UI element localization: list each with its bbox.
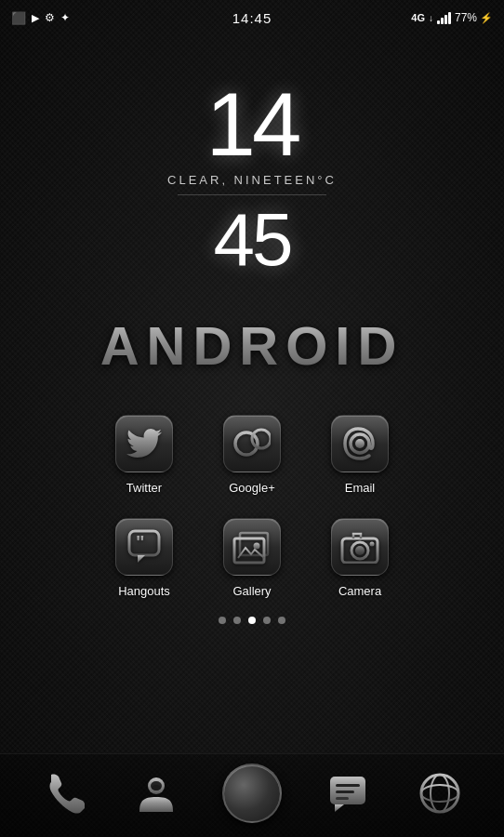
apps-row-1: Twitter Google+ (107, 414, 397, 495)
page-dot-4[interactable] (278, 617, 285, 624)
apps-grid: Twitter Google+ (0, 414, 504, 598)
app-camera[interactable]: Camera (323, 517, 397, 598)
camera-icon (331, 518, 389, 576)
status-time: 14:45 (232, 10, 272, 26)
svg-rect-19 (336, 784, 360, 787)
page-dots (0, 617, 504, 624)
usb-icon: ⬛ (11, 11, 26, 25)
gallery-label: Gallery (232, 584, 271, 598)
android-logo-text: Android (100, 315, 405, 376)
twitter-icon (115, 415, 173, 472)
dock-home-button[interactable] (222, 764, 282, 823)
googleplus-icon-wrap (222, 414, 282, 473)
svg-point-13 (355, 546, 365, 555)
weather-day: 14 (0, 80, 504, 169)
page-dot-0[interactable] (219, 617, 226, 624)
dock-browser[interactable] (414, 767, 466, 819)
play-icon: ▶ (32, 12, 39, 24)
email-icon-wrap (330, 414, 390, 473)
svg-point-17 (152, 785, 161, 790)
dock-contacts[interactable] (130, 767, 182, 819)
page-dot-1[interactable] (233, 617, 241, 624)
app-hangouts[interactable]: " Hangouts (107, 517, 181, 598)
googleplus-label: Google+ (229, 481, 275, 495)
debug-icon: ✦ (60, 11, 70, 24)
hangouts-label: Hangouts (118, 584, 170, 598)
battery-indicator: 77% ⚡ (455, 11, 493, 24)
page-dot-3[interactable] (263, 617, 271, 624)
svg-text:": " (136, 532, 144, 552)
signal-down-icon: ↓ (429, 13, 433, 23)
dock-phone[interactable] (38, 767, 90, 819)
email-label: Email (345, 481, 376, 495)
app-email[interactable]: Email (323, 414, 397, 495)
twitter-icon-wrap (114, 414, 174, 473)
svg-rect-21 (336, 797, 349, 800)
weather-widget[interactable]: 14 CLEAR, NINETEEN°C 45 (0, 80, 504, 277)
status-left-icons: ⬛ ▶ ⚙ ✦ (11, 11, 70, 25)
email-icon (331, 415, 389, 472)
app-gallery[interactable]: Gallery (215, 517, 289, 598)
app-googleplus[interactable]: Google+ (215, 414, 289, 495)
twitter-label: Twitter (126, 481, 162, 495)
hangouts-icon-wrap: " (114, 517, 174, 577)
camera-icon-wrap (330, 517, 390, 577)
weather-divider (178, 194, 326, 195)
dock-messaging[interactable] (322, 767, 374, 819)
hangouts-icon: " (115, 518, 173, 576)
svg-point-14 (370, 542, 375, 547)
page-dot-2[interactable] (248, 617, 256, 624)
weather-description: CLEAR, NINETEEN°C (0, 173, 504, 187)
network-type: 4G (411, 12, 425, 23)
status-bar: ⬛ ▶ ⚙ ✦ 14:45 4G ↓ 77% ⚡ (0, 0, 504, 33)
gallery-icon-wrap (222, 517, 282, 577)
svg-point-10 (254, 543, 260, 550)
googleplus-icon (223, 415, 281, 472)
gallery-icon (223, 518, 281, 576)
app-twitter[interactable]: Twitter (107, 414, 181, 495)
battery-charging-icon: ⚡ (480, 12, 493, 24)
apps-row-2: " Hangouts (107, 517, 397, 598)
status-right-icons: 4G ↓ 77% ⚡ (411, 11, 493, 24)
svg-point-5 (355, 439, 365, 448)
dock (0, 753, 504, 837)
android-logo: Android (0, 314, 504, 377)
weather-time: 45 (0, 203, 504, 277)
camera-label: Camera (338, 584, 381, 598)
signal-bars (437, 11, 451, 24)
svg-rect-20 (336, 790, 354, 793)
usb-connector-icon: ⚙ (45, 11, 55, 24)
battery-percent: 77% (455, 11, 477, 24)
